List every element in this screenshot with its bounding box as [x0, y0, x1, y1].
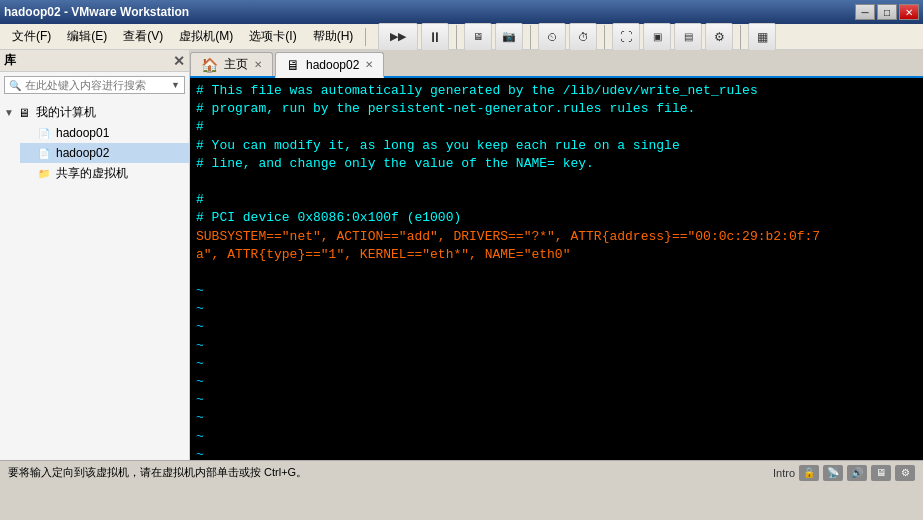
tab-home-close[interactable]: ✕	[254, 59, 262, 70]
minimize-button[interactable]: ─	[855, 4, 875, 20]
expand-icon: ▼	[4, 107, 16, 118]
terminal-line-18: ~	[196, 391, 917, 409]
unity-button[interactable]: ▣	[643, 23, 671, 51]
terminal-line-11	[196, 264, 917, 282]
search-dropdown-icon[interactable]: ▼	[171, 80, 180, 90]
tab-home[interactable]: 🏠 主页 ✕	[190, 52, 273, 76]
status-network-icon: 🔒	[799, 465, 819, 481]
fullscreen-button[interactable]: ⛶	[612, 23, 640, 51]
tree-item-hadoop01[interactable]: 📄 hadoop01	[20, 123, 189, 143]
tree-item-label-hadoop01: hadoop01	[56, 126, 109, 140]
title-bar: hadoop02 - VMware Workstation ─ □ ✕	[0, 0, 923, 24]
terminal-line-4: # You can modify it, as long as you keep…	[196, 137, 917, 155]
menu-vm[interactable]: 虚拟机(M)	[171, 26, 241, 47]
terminal-line-21: ~	[196, 446, 917, 460]
tree-item-label-shared: 共享的虚拟机	[56, 165, 128, 182]
tab-bar: 🏠 主页 ✕ 🖥 hadoop02 ✕	[190, 50, 923, 78]
tree-item-hadoop02[interactable]: 📄 hadoop02	[20, 143, 189, 163]
terminal-line-7: #	[196, 191, 917, 209]
status-display-icon: 🖥	[871, 465, 891, 481]
terminal-line-5: # line, and change only the value of the…	[196, 155, 917, 173]
status-message: 要将输入定向到该虚拟机，请在虚拟机内部单击或按 Ctrl+G。	[8, 465, 307, 480]
sidebar-title: 库	[4, 52, 16, 69]
menu-file[interactable]: 文件(F)	[4, 26, 59, 47]
menu-bar: 文件(F) 编辑(E) 查看(V) 虚拟机(M) 选项卡(I) 帮助(H) ▶▶…	[0, 24, 923, 50]
status-intro: Intro	[773, 467, 795, 479]
tree-children: 📄 hadoop01 📄 hadoop02 📁 共享的虚拟机	[20, 123, 189, 184]
terminal-line-2: # program, run by the persistent-net-gen…	[196, 100, 917, 118]
window-controls[interactable]: ─ □ ✕	[855, 4, 919, 20]
view-button[interactable]: ▤	[674, 23, 702, 51]
toolbar-sep-3	[604, 25, 605, 49]
menu-view[interactable]: 查看(V)	[115, 26, 171, 47]
status-signal-icon: 📡	[823, 465, 843, 481]
terminal-line-10: a", ATTR{type}=="1", KERNEL=="eth*", NAM…	[196, 246, 917, 264]
terminal-line-6	[196, 173, 917, 191]
vm-icon-hadoop01: 📄	[36, 125, 52, 141]
main-area: 库 ✕ 🔍 ▼ ▼ 🖥 我的计算机 📄 hadoop01	[0, 50, 923, 460]
terminal-line-9: SUBSYSTEM=="net", ACTION=="add", DRIVERS…	[196, 228, 917, 246]
terminal-line-16: ~	[196, 355, 917, 373]
send-ctrlaltdel-button[interactable]: 🖥	[464, 23, 492, 51]
search-input[interactable]	[25, 79, 171, 91]
sidebar: 库 ✕ 🔍 ▼ ▼ 🖥 我的计算机 📄 hadoop01	[0, 50, 190, 460]
status-right-icons: Intro 🔒 📡 🔊 🖥 ⚙	[773, 465, 915, 481]
tree-item-shared-vms[interactable]: 📁 共享的虚拟机	[20, 163, 189, 184]
menu-tabs[interactable]: 选项卡(I)	[241, 26, 304, 47]
power-off-button[interactable]: ⏱	[569, 23, 597, 51]
terminal-line-3: #	[196, 118, 917, 136]
tree-item-label-hadoop02: hadoop02	[56, 146, 109, 160]
terminal-line-19: ~	[196, 409, 917, 427]
tab-hadoop02-label: hadoop02	[306, 58, 359, 72]
toolbar-sep-2	[530, 25, 531, 49]
sidebar-close-button[interactable]: ✕	[173, 53, 185, 69]
tree-item-label-my-computer: 我的计算机	[36, 104, 96, 121]
status-bar: 要将输入定向到该虚拟机，请在虚拟机内部单击或按 Ctrl+G。 Intro 🔒 …	[0, 460, 923, 484]
content-pane: 🏠 主页 ✕ 🖥 hadoop02 ✕ # This file was auto…	[190, 50, 923, 460]
toolbar-sep-1	[456, 25, 457, 49]
sidebar-header: 库 ✕	[0, 50, 189, 72]
computer-icon: 🖥	[16, 105, 32, 121]
terminal-line-14: ~	[196, 318, 917, 336]
home-tab-icon: 🏠	[201, 57, 218, 73]
status-sound-icon: 🔊	[847, 465, 867, 481]
snapshot-button[interactable]: 📷	[495, 23, 523, 51]
terminal-line-1: # This file was automatically generated …	[196, 82, 917, 100]
toolbar-sep-4	[740, 25, 741, 49]
search-icon: 🔍	[9, 80, 21, 91]
settings-button[interactable]: ⚙	[705, 23, 733, 51]
hadoop02-tab-icon: 🖥	[286, 57, 300, 73]
switch-view-button[interactable]: ▦	[748, 23, 776, 51]
status-vm-tools-icon: ⚙	[895, 465, 915, 481]
terminal-line-15: ~	[196, 337, 917, 355]
pause-button[interactable]: ⏸	[421, 23, 449, 51]
terminal-line-13: ~	[196, 300, 917, 318]
terminal-line-17: ~	[196, 373, 917, 391]
close-button[interactable]: ✕	[899, 4, 919, 20]
terminal-area[interactable]: # This file was automatically generated …	[190, 78, 923, 460]
play-pause-button[interactable]: ▶▶	[378, 23, 418, 51]
menu-toolbar-divider	[365, 28, 366, 46]
sidebar-tree: ▼ 🖥 我的计算机 📄 hadoop01 📄 hadoop02 📁	[0, 98, 189, 460]
menu-help[interactable]: 帮助(H)	[305, 26, 362, 47]
power-on-button[interactable]: ⏲	[538, 23, 566, 51]
terminal-line-12: ~	[196, 282, 917, 300]
terminal-line-8: # PCI device 0x8086:0x100f (e1000)	[196, 209, 917, 227]
tree-item-my-computer[interactable]: ▼ 🖥 我的计算机	[0, 102, 189, 123]
tab-hadoop02[interactable]: 🖥 hadoop02 ✕	[275, 52, 384, 78]
sidebar-search-bar[interactable]: 🔍 ▼	[4, 76, 185, 94]
window-title: hadoop02 - VMware Workstation	[4, 5, 189, 19]
maximize-button[interactable]: □	[877, 4, 897, 20]
tab-hadoop02-close[interactable]: ✕	[365, 59, 373, 70]
menu-edit[interactable]: 编辑(E)	[59, 26, 115, 47]
shared-icon: 📁	[36, 166, 52, 182]
vm-icon-hadoop02: 📄	[36, 145, 52, 161]
tab-home-label: 主页	[224, 56, 248, 73]
terminal-line-20: ~	[196, 428, 917, 446]
